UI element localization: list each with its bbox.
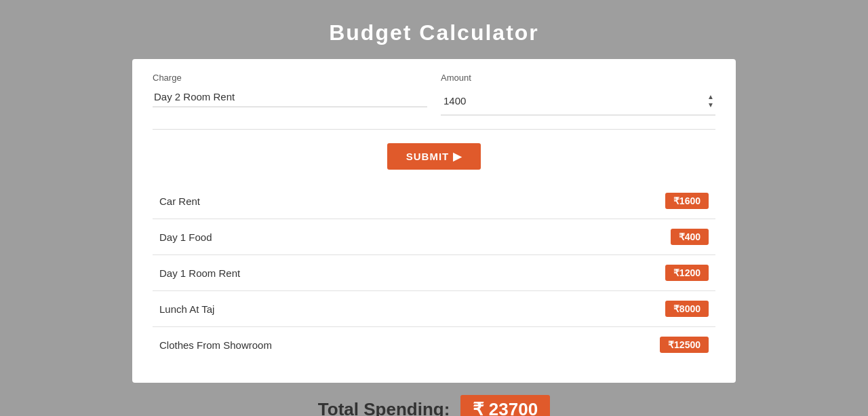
spinner-up[interactable]: ▲ [707,93,714,101]
submit-button[interactable]: SUBMIT ▶ [387,143,481,170]
expense-name: Car Rent [159,195,200,207]
expense-row: Lunch At Taj₹8000 [153,291,715,327]
expense-row: Day 1 Room Rent₹1200 [153,255,715,291]
amount-input-wrapper: ▲ ▼ [441,87,715,115]
amount-label: Amount [441,73,715,83]
expense-row: Day 1 Food₹400 [153,219,715,255]
total-amount: ₹ 23700 [460,395,551,416]
expense-name: Day 1 Room Rent [159,267,240,279]
charge-input[interactable] [153,87,427,107]
submit-wrapper: SUBMIT ▶ [153,143,715,170]
expense-row: Car Rent₹1600 [153,183,715,219]
charge-group: Charge [153,73,427,115]
expense-name: Clothes From Showroom [159,339,272,351]
expense-amount-badge: ₹1600 [665,193,709,209]
main-card: Charge Amount ▲ ▼ SUBMIT ▶ Car Rent₹1600… [132,59,736,383]
amount-group: Amount ▲ ▼ [441,73,715,115]
amount-input[interactable] [442,91,705,111]
expense-amount-badge: ₹12500 [660,337,709,353]
expense-amount-badge: ₹8000 [665,301,709,317]
expense-amount-badge: ₹400 [671,229,709,245]
form-section: Charge Amount ▲ ▼ [153,73,715,130]
charge-label: Charge [153,73,427,83]
expense-amount-badge: ₹1200 [665,265,709,281]
spinner-arrows[interactable]: ▲ ▼ [707,93,714,109]
page-title: Budget Calculator [329,20,539,45]
expense-name: Lunch At Taj [159,303,214,315]
expense-name: Day 1 Food [159,231,212,243]
expenses-list: Car Rent₹1600Day 1 Food₹400Day 1 Room Re… [153,183,715,362]
total-value: 23700 [489,399,538,416]
submit-arrow-icon: ▶ [453,150,462,163]
total-currency: ₹ [473,399,484,416]
total-section: Total Spending: ₹ 23700 [318,399,550,416]
spinner-down[interactable]: ▼ [707,101,714,109]
total-label: Total Spending: [318,399,450,416]
expense-row: Clothes From Showroom₹12500 [153,327,715,362]
submit-label: SUBMIT [406,151,450,162]
